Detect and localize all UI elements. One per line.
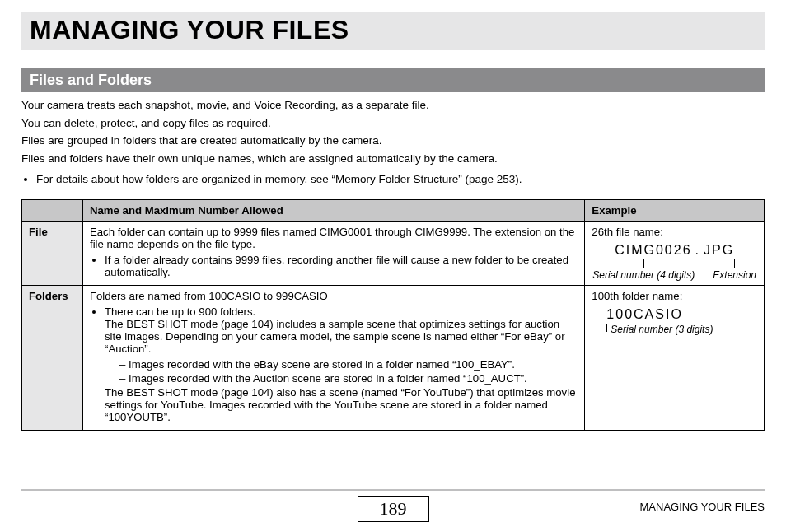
document-page: MANAGING YOUR FILES Files and Folders Yo…	[0, 0, 786, 431]
file-desc-bullet: If a folder already contains 9999 files,…	[105, 254, 578, 278]
intro-text: Your camera treats each snapshot, movie,…	[21, 97, 765, 188]
intro-p3: Files are grouped in folders that are cr…	[21, 133, 765, 149]
page-title-bar: MANAGING YOUR FILES	[21, 12, 765, 50]
row-label-folders: Folders	[22, 285, 83, 430]
section-heading: Files and Folders	[21, 68, 765, 92]
page-number: 189	[358, 496, 429, 522]
folder-desc-main: Folders are named from 100CASIO to 999CA…	[90, 290, 328, 302]
th-name: Name and Maximum Number Allowed	[82, 199, 584, 221]
folder-annotation: Serial number (3 digits)	[592, 324, 757, 335]
page-footer: 189 MANAGING YOUR FILES	[0, 489, 786, 524]
folder-example-label: 100th folder name:	[592, 290, 757, 302]
file-ext: JPG	[704, 243, 734, 258]
intro-p2: You can delete, protect, and copy files …	[21, 115, 765, 132]
intro-bullet: For details about how folders are organi…	[36, 171, 765, 188]
file-example: 26th file name: CIMG0026.JPG Serial numb…	[585, 221, 765, 285]
table-row-folders: Folders Folders are named from 100CASIO …	[22, 285, 765, 430]
folder-sub2: Images recorded with the Auction scene a…	[119, 372, 578, 385]
file-annotation-row: Serial number (4 digits) Extension	[592, 259, 757, 281]
row-label-file: File	[22, 221, 83, 285]
intro-p4: Files and folders have their own unique …	[21, 151, 765, 167]
file-example-name: CIMG0026.JPG	[592, 243, 757, 258]
file-serial: CIMG0026	[615, 243, 691, 258]
folder-example: 100th folder name: 100CASIO Serial numbe…	[585, 285, 765, 430]
folder-desc-after: The BEST SHOT mode (page 104) also has a…	[105, 386, 576, 423]
file-example-label: 26th file name:	[592, 226, 757, 238]
file-dot: .	[695, 243, 700, 258]
folder-description: Folders are named from 100CASIO to 999CA…	[82, 285, 584, 430]
folder-desc-b1: There can be up to 900 folders. The BEST…	[105, 306, 578, 423]
file-description: Each folder can contain up to 9999 files…	[82, 221, 584, 285]
table-row-file: File Each folder can contain up to 9999 …	[22, 221, 765, 285]
file-desc-main: Each folder can contain up to 9999 files…	[90, 226, 574, 250]
files-folders-table: Name and Maximum Number Allowed Example …	[21, 199, 765, 431]
ann-ext: Extension	[713, 269, 756, 281]
th-example: Example	[585, 199, 765, 221]
folder-example-name: 100CASIO	[592, 307, 757, 322]
th-blank	[22, 199, 83, 221]
footer-rule	[21, 489, 765, 491]
footer-title: MANAGING YOUR FILES	[640, 501, 765, 513]
ann-serial: Serial number (4 digits)	[592, 269, 695, 281]
page-title: MANAGING YOUR FILES	[30, 15, 756, 45]
folder-sub1: Images recorded with the eBay scene are …	[119, 358, 578, 371]
intro-p1: Your camera treats each snapshot, movie,…	[21, 97, 765, 114]
